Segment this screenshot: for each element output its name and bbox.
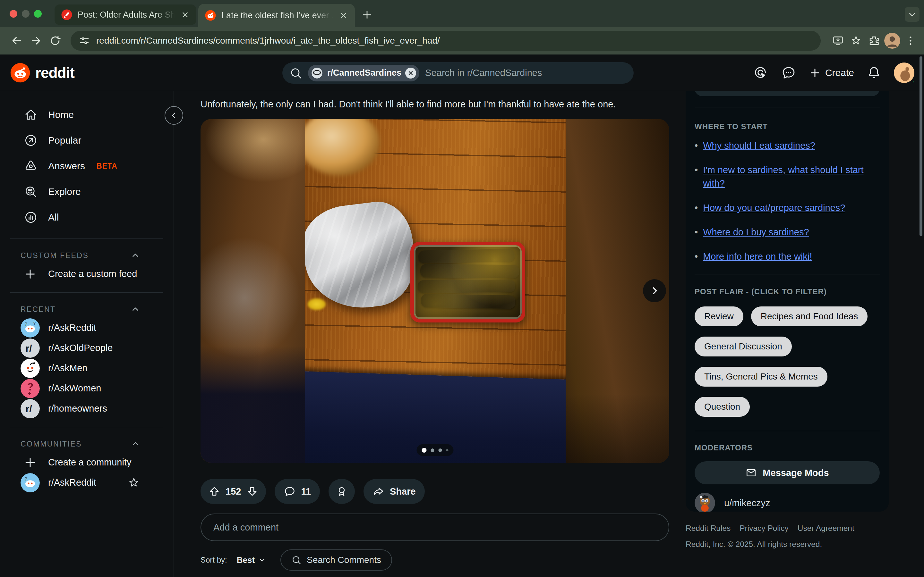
sidebar-item-answers[interactable]: Answers BETA xyxy=(0,153,174,179)
sidebar-item-askwomen[interactable]: ? r/AskWomen xyxy=(0,378,174,398)
subreddit-sidebar: WHERE TO START • Why should I eat sardin… xyxy=(686,91,889,577)
custom-feeds-header[interactable]: CUSTOM FEEDS xyxy=(0,247,174,264)
upvote-count: 152 xyxy=(226,486,241,497)
communities-header[interactable]: COMMUNITIES xyxy=(0,436,174,452)
sidebar-item-askreddit[interactable]: ?? r/AskReddit xyxy=(0,318,174,338)
carousel-dot-active[interactable] xyxy=(422,448,426,453)
address-bar[interactable]: reddit.com/r/CannedSardines/comments/1jr… xyxy=(71,31,821,51)
moderator-row[interactable]: u/mikeczyz xyxy=(695,493,880,512)
footer-link-rules[interactable]: Reddit Rules xyxy=(686,524,730,533)
comments-button[interactable]: 11 xyxy=(275,479,320,504)
new-tab-button[interactable] xyxy=(359,7,375,23)
search-comments-button[interactable]: Search Comments xyxy=(280,550,392,571)
comment-count: 11 xyxy=(301,486,311,497)
create-custom-feed-button[interactable]: Create a custom feed xyxy=(0,264,174,284)
page-scrollbar-thumb[interactable] xyxy=(919,56,922,236)
flair-filter-recipes[interactable]: Recipes and Food Ideas xyxy=(751,306,868,326)
sidebar-item-home[interactable]: Home xyxy=(0,102,174,127)
add-comment-input[interactable]: Add a comment xyxy=(200,514,669,541)
search-placeholder: Search in r/CannedSardines xyxy=(425,68,542,78)
back-icon[interactable] xyxy=(8,32,25,49)
tab-close-icon[interactable] xyxy=(180,9,191,20)
browser-tab-buzzfeed[interactable]: Post: Older Adults Are Sharing xyxy=(55,5,196,25)
wiki-link-row: • Where do I buy sardines? xyxy=(695,226,880,239)
reddit-footer: Reddit Rules Privacy Policy User Agreeme… xyxy=(686,524,889,549)
favorite-star-icon[interactable] xyxy=(128,476,140,489)
create-community-button[interactable]: Create a community xyxy=(0,452,174,472)
share-button[interactable]: Share xyxy=(363,479,425,504)
tab-search-button[interactable] xyxy=(905,7,919,22)
chevron-right-icon xyxy=(649,285,660,296)
carousel-next-button[interactable] xyxy=(643,279,666,302)
remove-chip-icon[interactable] xyxy=(405,68,416,79)
browser-tab-reddit[interactable]: I ate the oldest fish I've ever ... xyxy=(198,4,355,27)
advertise-icon[interactable] xyxy=(752,64,769,81)
browser-menu-kebab-icon[interactable] xyxy=(903,33,918,48)
search-bar[interactable]: r/CannedSardines Search in r/CannedSardi… xyxy=(282,62,634,84)
forward-icon[interactable] xyxy=(27,32,44,49)
user-avatar[interactable] xyxy=(894,63,914,83)
bullet: • xyxy=(695,250,698,263)
share-icon xyxy=(373,485,384,498)
flair-filter-question[interactable]: Question xyxy=(695,397,750,417)
popular-icon xyxy=(24,133,38,147)
notifications-bell-icon[interactable] xyxy=(866,64,882,81)
flair-filter-general-discussion[interactable]: General Discussion xyxy=(695,337,792,356)
window-close-button[interactable] xyxy=(10,10,17,18)
where-to-start-header: WHERE TO START xyxy=(695,122,880,131)
sidebar-collapse-button[interactable] xyxy=(165,106,183,125)
sidebar-item-askoldpeople[interactable]: r/ r/AskOldPeople xyxy=(0,338,174,358)
post-image-carousel[interactable] xyxy=(200,119,669,463)
extensions-puzzle-icon[interactable] xyxy=(866,33,882,48)
clipped-button-partial xyxy=(695,91,880,96)
askoldpeople-avatar: r/ xyxy=(21,338,40,358)
moderator-avatar xyxy=(695,493,715,512)
tab-close-icon[interactable] xyxy=(338,10,349,21)
search-scope-chip[interactable]: r/CannedSardines xyxy=(308,65,419,81)
sidebar-item-homeowners[interactable]: r/ r/homeowners xyxy=(0,398,174,419)
sidebar-item-explore[interactable]: Explore xyxy=(0,179,174,205)
flair-filter-tins-pics-memes[interactable]: Tins, General Pics & Memes xyxy=(695,367,827,387)
subreddit-info-card: WHERE TO START • Why should I eat sardin… xyxy=(686,91,889,512)
wiki-link[interactable]: More info here on the wiki! xyxy=(703,250,812,263)
recent-header[interactable]: RECENT xyxy=(0,301,174,318)
sidebar-item-label: r/homeowners xyxy=(48,403,107,414)
carousel-dots[interactable] xyxy=(417,444,453,456)
sidebar-item-askmen[interactable]: r/AskMen xyxy=(0,358,174,378)
divider xyxy=(695,431,880,431)
flair-filter-review[interactable]: Review xyxy=(695,306,743,326)
sidebar-item-all[interactable]: All xyxy=(0,205,174,230)
sidebar-item-label: All xyxy=(48,212,59,223)
sidebar-item-label: Answers xyxy=(48,161,85,171)
sort-dropdown[interactable]: Best xyxy=(237,555,266,565)
wiki-link-row: • How do you eat/prepare sardines? xyxy=(695,201,880,214)
wiki-link[interactable]: Where do I buy sardines? xyxy=(703,226,809,239)
carousel-dot[interactable] xyxy=(446,449,448,451)
award-button[interactable] xyxy=(328,479,355,504)
install-app-icon[interactable] xyxy=(830,33,846,48)
carousel-dot[interactable] xyxy=(431,448,434,452)
browser-profile-avatar[interactable] xyxy=(884,33,900,49)
footer-link-agreement[interactable]: User Agreement xyxy=(798,524,855,533)
plus-icon xyxy=(23,267,37,281)
oil-drip xyxy=(308,298,326,310)
wiki-link[interactable]: Why should I eat sardines? xyxy=(703,139,815,152)
downvote-icon[interactable] xyxy=(246,485,258,498)
upvote-icon[interactable] xyxy=(208,485,220,498)
wiki-link[interactable]: How do you eat/prepare sardines? xyxy=(703,201,845,214)
sidebar-item-community-askreddit[interactable]: ? r/AskReddit xyxy=(0,472,174,493)
bookmark-star-icon[interactable] xyxy=(848,33,864,48)
create-button[interactable]: Create xyxy=(809,66,854,79)
wiki-link[interactable]: I'm new to sardines, what should I start… xyxy=(703,163,880,190)
svg-text:?: ? xyxy=(25,476,27,481)
carousel-dot[interactable] xyxy=(438,448,442,452)
sidebar-item-popular[interactable]: Popular xyxy=(0,127,174,153)
chat-icon[interactable] xyxy=(780,64,797,81)
window-minimize-button[interactable] xyxy=(22,10,29,18)
reddit-logo[interactable]: reddit xyxy=(10,62,74,83)
site-settings-icon[interactable] xyxy=(79,35,90,46)
reload-icon[interactable] xyxy=(47,32,63,49)
message-mods-button[interactable]: Message Mods xyxy=(695,461,880,484)
footer-link-privacy[interactable]: Privacy Policy xyxy=(740,524,788,533)
window-zoom-button[interactable] xyxy=(34,10,42,18)
